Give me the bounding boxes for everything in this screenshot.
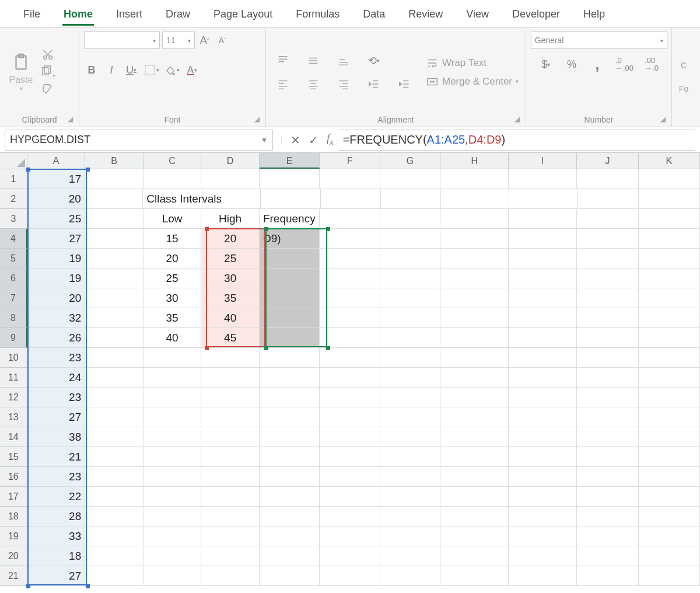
cell-J3[interactable] (577, 209, 638, 229)
cancel-formula-icon[interactable]: ✕ (290, 133, 300, 147)
cell-E19[interactable] (260, 526, 320, 546)
number-format-combo[interactable]: General▾ (531, 32, 667, 49)
cell-B9[interactable] (85, 328, 144, 348)
cell-K5[interactable] (639, 249, 700, 268)
cell-H8[interactable] (440, 308, 509, 328)
cell-C6[interactable]: 25 (144, 268, 202, 288)
tab-file[interactable]: File (12, 0, 52, 28)
cell-F21[interactable] (320, 566, 380, 586)
cell-B12[interactable] (85, 388, 144, 407)
cell-E18[interactable] (260, 507, 320, 526)
cell-E13[interactable] (260, 407, 320, 427)
cell-J13[interactable] (577, 407, 638, 427)
cell-G11[interactable] (380, 368, 440, 388)
cell-C9[interactable]: 40 (144, 328, 202, 348)
cell-J6[interactable] (577, 268, 638, 288)
col-header-J[interactable]: J (577, 153, 638, 169)
align-top-icon[interactable] (271, 53, 295, 69)
format-table-partial[interactable]: Fo (679, 84, 688, 93)
cell-H20[interactable] (440, 546, 509, 566)
underline-button[interactable]: U▾ (124, 62, 139, 78)
cell-B1[interactable] (85, 169, 144, 189)
cell-E2[interactable] (261, 189, 321, 209)
cell-C5[interactable]: 20 (144, 249, 202, 268)
align-middle-icon[interactable] (301, 53, 326, 69)
cell-J12[interactable] (577, 388, 638, 407)
cell-I15[interactable] (509, 447, 577, 467)
cell-G7[interactable] (380, 288, 440, 308)
cell-D9[interactable]: 45 (201, 328, 260, 348)
cell-F1[interactable] (320, 169, 380, 189)
cell-A10[interactable]: 23 (27, 348, 86, 368)
cell-B11[interactable] (85, 368, 144, 388)
cell-G9[interactable] (380, 328, 440, 348)
col-header-H[interactable]: H (440, 153, 509, 169)
cell-A16[interactable]: 23 (27, 467, 86, 487)
cell-D16[interactable] (201, 467, 260, 487)
cell-J10[interactable] (577, 348, 638, 368)
cell-J18[interactable] (577, 507, 638, 526)
row-header-1[interactable]: 1 (0, 169, 27, 189)
cell-B20[interactable] (85, 546, 144, 566)
cell-A6[interactable]: 19 (27, 268, 86, 288)
cell-F9[interactable] (320, 328, 380, 348)
cell-E4[interactable]: D9) (260, 229, 320, 249)
cell-C19[interactable] (144, 526, 202, 546)
cell-C7[interactable]: 30 (144, 288, 202, 308)
cell-E17[interactable] (260, 487, 320, 507)
cell-H6[interactable] (440, 268, 509, 288)
row-header-5[interactable]: 5 (0, 249, 27, 268)
cell-I17[interactable] (509, 487, 577, 507)
cell-E1[interactable] (260, 169, 320, 189)
cell-J15[interactable] (577, 447, 638, 467)
cell-A20[interactable]: 18 (27, 546, 86, 566)
cell-C21[interactable] (144, 566, 202, 586)
cell-E3[interactable]: Frequency (260, 209, 320, 229)
tab-page-layout[interactable]: Page Layout (202, 0, 284, 28)
decrease-decimal-icon[interactable]: .00→.0 (644, 56, 659, 72)
launcher-icon[interactable]: ◢ (68, 115, 73, 123)
cell-E6[interactable] (260, 268, 320, 288)
cell-F5[interactable] (320, 249, 380, 268)
row-header-6[interactable]: 6 (0, 268, 27, 288)
cell-J5[interactable] (577, 249, 638, 268)
cell-G3[interactable] (380, 209, 440, 229)
cell-F15[interactable] (320, 447, 380, 467)
cell-G20[interactable] (380, 546, 440, 566)
cell-I10[interactable] (509, 348, 577, 368)
decrease-font-icon[interactable]: Aˇ (215, 32, 230, 48)
cell-G21[interactable] (380, 566, 440, 586)
cell-H4[interactable] (440, 229, 509, 249)
cell-A19[interactable]: 33 (27, 526, 86, 546)
row-header-20[interactable]: 20 (0, 546, 27, 566)
cell-I16[interactable] (509, 467, 577, 487)
cell-I11[interactable] (509, 368, 577, 388)
comma-format-icon[interactable]: , (590, 56, 605, 72)
cell-F8[interactable] (320, 308, 380, 328)
cell-C15[interactable] (144, 447, 202, 467)
cell-G17[interactable] (380, 487, 440, 507)
tab-data[interactable]: Data (351, 0, 397, 28)
cell-A8[interactable]: 32 (27, 308, 86, 328)
cell-J11[interactable] (577, 368, 638, 388)
cell-E11[interactable] (260, 368, 320, 388)
wrap-text-button[interactable]: Wrap Text (426, 57, 519, 69)
cell-A17[interactable]: 22 (27, 487, 86, 507)
cell-E9[interactable] (260, 328, 320, 348)
cell-A11[interactable]: 24 (27, 368, 86, 388)
row-header-4[interactable]: 4 (0, 229, 27, 249)
cell-D12[interactable] (201, 388, 260, 407)
align-left-icon[interactable] (271, 76, 295, 92)
row-header-8[interactable]: 8 (0, 308, 27, 328)
cell-D2[interactable] (202, 189, 260, 209)
cell-H1[interactable] (440, 169, 509, 189)
cell-F6[interactable] (320, 268, 380, 288)
cell-A13[interactable]: 27 (27, 407, 86, 427)
row-header-17[interactable]: 17 (0, 487, 27, 507)
cell-D19[interactable] (201, 526, 260, 546)
cell-C1[interactable] (144, 169, 202, 189)
cell-F20[interactable] (320, 546, 380, 566)
cell-F4[interactable] (320, 229, 380, 249)
cell-B13[interactable] (85, 407, 144, 427)
cell-B2[interactable] (85, 189, 143, 209)
